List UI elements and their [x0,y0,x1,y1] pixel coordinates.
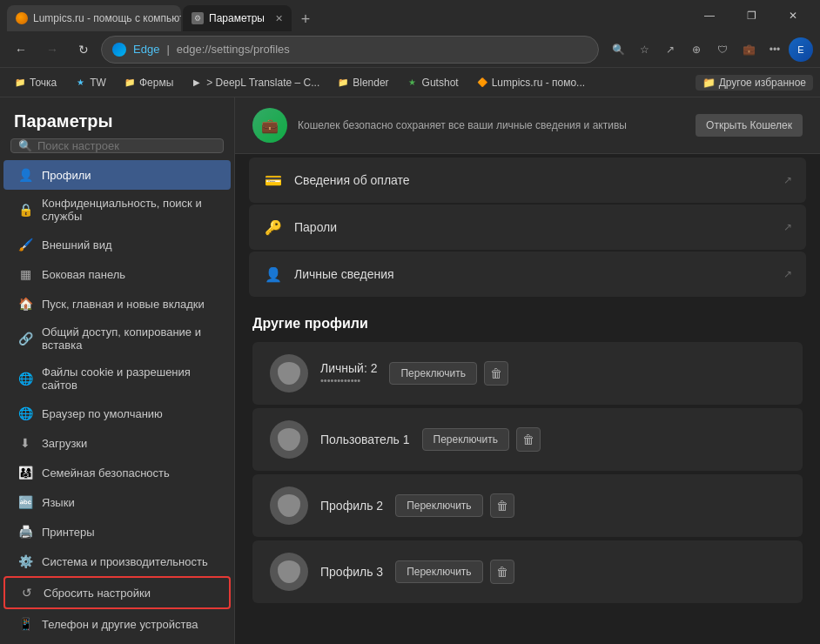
payment-arrow-icon: ↗ [783,174,792,186]
reset-icon: ↺ [19,585,35,600]
bookmark-folder-other-icon: 📁 [702,77,716,89]
profile-avatar-user1 [270,420,308,459]
browser-essentials-icon[interactable]: 🛡 [710,37,735,62]
sidebar-item-default-browser[interactable]: 🌐 Браузер по умолчанию [3,399,231,428]
maximize-button[interactable]: ❐ [731,0,771,31]
more-button[interactable]: ••• [763,37,787,62]
sidebar-item-start[interactable]: 🏠 Пуск, главная и новые вкладки [3,289,231,319]
switch-profile-user1-button[interactable]: Переключить [422,428,509,451]
refresh-button[interactable]: ↻ [70,36,97,64]
passwords-icon: 🔑 [263,217,284,238]
family-icon: 👨‍👩‍👧 [17,465,33,480]
favorites-icon[interactable]: ☆ [632,37,656,62]
bookmark-deepl[interactable]: ▶ > DeepL Translate – C... [184,75,326,91]
sidebar-item-phone[interactable]: 📱 Телефон и другие устройства [3,609,231,639]
sidebar: Параметры 🔍 👤 Профили 🔒 Конфиденциальнос… [0,97,235,644]
delete-profile-profile2-button[interactable]: 🗑 [490,493,514,518]
sidebar-item-share[interactable]: 🔗 Общий доступ, копирование и вставка [3,319,231,359]
sidebar-item-downloads-label: Загрузки [42,437,87,450]
tab-settings[interactable]: ⚙ Параметры ✕ [183,5,292,31]
sidebar-item-appearance[interactable]: 🖌️ Внешний вид [3,230,231,259]
sidebar-item-accessibility[interactable]: ♿ Специальные возможности [3,639,231,644]
back-button[interactable]: ← [7,36,35,64]
sidebar-item-family[interactable]: 👨‍👩‍👧 Семейная безопасность [3,458,231,487]
sidebar-search-box[interactable]: 🔍 [10,138,224,153]
forward-button[interactable]: → [38,36,66,64]
sidebar-item-languages-label: Языки [42,496,75,509]
tab-lumpics[interactable]: Lumpics.ru - помощь с компьюте... ✕ [7,5,181,31]
profile-actions-user1: Переключить 🗑 [422,427,541,452]
bookmark-gutshot-icon: ★ [407,77,419,89]
bookmark-deepl-label: > DeepL Translate – C... [206,77,319,89]
address-bar: ← → ↻ Edge | edge://settings/profiles 🔍 … [0,31,820,68]
sidebar-item-cookies[interactable]: 🌐 Файлы cookie и разрешения сайтов [3,359,231,399]
payment-info-item[interactable]: 💳 Сведения об оплате ↗ [249,158,806,203]
other-bookmarks-button[interactable]: 📁 Другое избранное [696,75,813,91]
delete-profile-user1-button[interactable]: 🗑 [516,427,541,452]
search-icon: 🔍 [18,139,32,152]
sidebar-item-downloads[interactable]: ⬇ Загрузки [3,428,231,458]
bookmark-blender[interactable]: 📁 Blender [330,75,395,91]
bookmark-gutshot[interactable]: ★ Gutshot [400,75,466,91]
bookmark-blender-label: Blender [353,77,388,89]
user-profile-button[interactable]: E [789,37,813,62]
address-field[interactable]: Edge | edge://settings/profiles [101,36,599,64]
sidebar-item-languages[interactable]: 🔤 Языки [3,487,231,517]
main-layout: Параметры 🔍 👤 Профили 🔒 Конфиденциальнос… [0,97,820,644]
personal-info-item[interactable]: 👤 Личные сведения ↗ [249,252,806,297]
sidebar-item-reset-label: Сбросить настройки [44,587,151,600]
switch-profile-profile3-button[interactable]: Переключить [395,560,482,583]
pin-icon[interactable]: ⊕ [684,37,709,62]
tab-favicon-lumpics [16,12,28,24]
edge-logo-icon [112,43,126,57]
collections-icon[interactable]: ↗ [658,37,682,62]
passwords-item[interactable]: 🔑 Пароли ↗ [249,205,806,250]
bookmark-fermy[interactable]: 📁 Фермы [117,75,180,91]
open-wallet-button[interactable]: Открыть Кошелек [696,114,803,137]
sidebar-panel-icon: ▦ [17,266,33,282]
profile-avatar-personal2 [270,354,308,392]
share-icon: 🔗 [17,331,33,346]
bookmark-fermy-icon: 📁 [124,77,136,89]
tab-favicon-settings: ⚙ [192,12,204,24]
minimize-button[interactable]: — [689,0,729,31]
sidebar-item-printers[interactable]: 🖨️ Принтеры [3,517,231,547]
search-icon[interactable]: 🔍 [606,37,630,62]
bookmark-deepl-icon: ▶ [191,77,203,89]
sidebar-item-sidebar-panel[interactable]: ▦ Боковая панель [3,259,231,289]
sidebar-item-family-label: Семейная безопасность [42,466,170,480]
bookmark-folder-icon: 📁 [14,77,26,89]
default-browser-icon: 🌐 [17,406,33,421]
sidebar-item-share-label: Общий доступ, копирование и вставка [42,325,217,352]
sidebar-item-reset[interactable]: ↺ Сбросить настройки [3,576,231,609]
bookmark-lumpics[interactable]: 🔶 Lumpics.ru - помо... [469,75,592,91]
bookmark-tochka[interactable]: 📁 Точка [7,75,64,91]
delete-profile-profile3-button[interactable]: 🗑 [490,560,514,584]
wallet-avatar-icon: 💼 [261,117,279,134]
other-bookmarks-label: Другое избранное [719,77,806,89]
switch-profile-personal2-button[interactable]: Переключить [389,362,476,385]
switch-profile-profile2-button[interactable]: Переключить [395,494,482,517]
passwords-label: Пароли [294,220,773,234]
sidebar-item-profiles[interactable]: 👤 Профили [3,160,231,190]
tab-label-settings: Параметры [209,12,265,24]
start-icon: 🏠 [17,296,33,312]
bookmark-tw[interactable]: ★ TW [67,75,113,91]
close-button[interactable]: ✕ [773,0,813,31]
wallet-icon[interactable]: 💼 [736,37,761,62]
wallet-avatar: 💼 [252,108,287,143]
delete-profile-personal2-button[interactable]: 🗑 [484,361,508,386]
sidebar-item-system[interactable]: ⚙️ Система и производительность [3,547,231,576]
tab-close-settings[interactable]: ✕ [275,13,283,24]
profile-name-profile2: Профиль 2 [320,499,383,513]
sidebar-item-privacy[interactable]: 🔒 Конфиденциальность, поиск и службы [3,190,231,230]
bookmark-fermy-label: Фермы [139,77,173,89]
new-tab-button[interactable]: + [293,7,318,31]
sidebar-item-default-label: Браузер по умолчанию [42,407,163,420]
bookmark-tw-label: TW [90,77,106,89]
personal-icon: 👤 [263,264,284,285]
profile-name-personal2: Личный: 2 [320,361,377,375]
address-url: edge://settings/profiles [177,43,290,56]
search-input[interactable] [37,139,216,152]
printers-icon: 🖨️ [17,524,33,540]
